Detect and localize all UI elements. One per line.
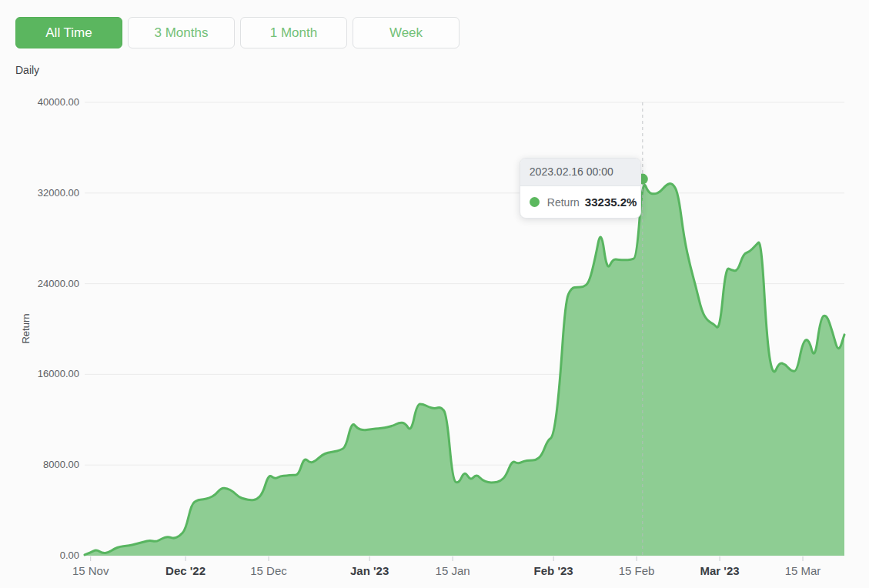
x-axis-tick-label: 15 Nov	[58, 564, 123, 577]
returns-area-chart[interactable]	[0, 0, 869, 588]
y-axis-tick-label: 0.00	[0, 550, 79, 562]
tooltip-date: 2023.02.16 00:00	[520, 159, 640, 186]
x-axis-tick-label: 15 Mar	[770, 564, 835, 577]
x-axis-tick-label: Jan '23	[337, 564, 402, 577]
y-axis-tick-label: 24000.00	[0, 278, 79, 290]
x-axis-tick-label: 15 Jan	[420, 564, 485, 577]
x-axis-tick-label: Mar '23	[687, 564, 752, 577]
tooltip-series-label: Return	[547, 196, 580, 209]
series-marker-icon	[530, 197, 540, 207]
x-axis-tick-label: 15 Dec	[236, 564, 301, 577]
y-axis-tick-label: 8000.00	[0, 459, 79, 471]
x-axis-tick-label: 15 Feb	[604, 564, 669, 577]
y-axis-tick-label: 40000.00	[0, 96, 79, 109]
x-axis-tick-label: Dec '22	[153, 564, 218, 577]
chart-tooltip: 2023.02.16 00:00 Return 33235.2%	[520, 158, 641, 219]
y-axis-tick-label: 32000.00	[0, 187, 79, 199]
x-axis-tick-label: Feb '23	[521, 564, 586, 577]
y-axis-tick-label: 16000.00	[0, 368, 79, 380]
returns-chart-panel: All Time 3 Months 1 Month Week Daily Ret…	[0, 0, 869, 588]
tooltip-body: Return 33235.2%	[520, 186, 640, 218]
tooltip-value: 33235.2%	[585, 195, 637, 209]
